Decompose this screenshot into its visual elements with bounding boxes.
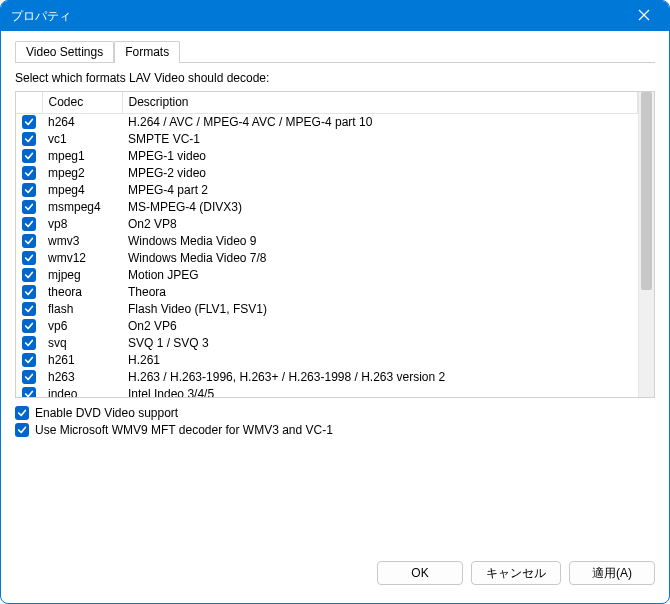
row-codec: h264: [42, 113, 122, 131]
tab-body: Select which formats LAV Video should de…: [15, 63, 655, 549]
row-description: MPEG-2 video: [122, 165, 638, 182]
row-checkbox[interactable]: [22, 200, 36, 214]
dialog-body: Video Settings Formats Select which form…: [1, 31, 669, 553]
tabs: Video Settings Formats: [15, 39, 655, 63]
table-row[interactable]: h263H.263 / H.263-1996, H.263+ / H.263-1…: [16, 369, 638, 386]
close-icon: [638, 9, 650, 24]
table-row[interactable]: vp8On2 VP8: [16, 216, 638, 233]
row-checkbox[interactable]: [22, 234, 36, 248]
row-description: H.263 / H.263-1996, H.263+ / H.263-1998 …: [122, 369, 638, 386]
row-description: Intel Indeo 3/4/5: [122, 386, 638, 398]
table-row[interactable]: h261H.261: [16, 352, 638, 369]
row-codec: vc1: [42, 131, 122, 148]
instruction-text: Select which formats LAV Video should de…: [15, 71, 655, 85]
row-codec: mpeg1: [42, 148, 122, 165]
titlebar: プロパティ: [1, 1, 669, 31]
row-description: Theora: [122, 284, 638, 301]
row-checkbox[interactable]: [22, 166, 36, 180]
label-enable-dvd: Enable DVD Video support: [35, 406, 178, 420]
row-description: SVQ 1 / SVQ 3: [122, 335, 638, 352]
row-checkbox[interactable]: [22, 353, 36, 367]
table-row[interactable]: h264H.264 / AVC / MPEG-4 AVC / MPEG-4 pa…: [16, 113, 638, 131]
row-description: Windows Media Video 9: [122, 233, 638, 250]
codec-table: Codec Description h264H.264 / AVC / MPEG…: [16, 92, 638, 397]
table-row[interactable]: wmv3Windows Media Video 9: [16, 233, 638, 250]
window-title: プロパティ: [11, 8, 71, 25]
table-row[interactable]: mpeg2MPEG-2 video: [16, 165, 638, 182]
row-checkbox[interactable]: [22, 183, 36, 197]
option-wmv9-mft[interactable]: Use Microsoft WMV9 MFT decoder for WMV3 …: [15, 423, 655, 437]
table-row[interactable]: wmv12Windows Media Video 7/8: [16, 250, 638, 267]
row-codec: svq: [42, 335, 122, 352]
row-checkbox[interactable]: [22, 370, 36, 384]
row-description: SMPTE VC-1: [122, 131, 638, 148]
table-row[interactable]: svqSVQ 1 / SVQ 3: [16, 335, 638, 352]
row-codec: h263: [42, 369, 122, 386]
table-row[interactable]: msmpeg4MS-MPEG-4 (DIVX3): [16, 199, 638, 216]
row-description: MPEG-1 video: [122, 148, 638, 165]
row-codec: msmpeg4: [42, 199, 122, 216]
cancel-button[interactable]: キャンセル: [471, 561, 561, 585]
row-codec: wmv3: [42, 233, 122, 250]
row-codec: theora: [42, 284, 122, 301]
row-description: Flash Video (FLV1, FSV1): [122, 301, 638, 318]
row-codec: mpeg4: [42, 182, 122, 199]
row-checkbox[interactable]: [22, 285, 36, 299]
table-row[interactable]: mjpegMotion JPEG: [16, 267, 638, 284]
codec-table-container: Codec Description h264H.264 / AVC / MPEG…: [15, 91, 655, 398]
table-row[interactable]: indeoIntel Indeo 3/4/5: [16, 386, 638, 398]
tab-formats[interactable]: Formats: [114, 41, 180, 63]
tab-baseline: [15, 62, 655, 63]
table-row[interactable]: theoraTheora: [16, 284, 638, 301]
table-row[interactable]: vc1SMPTE VC-1: [16, 131, 638, 148]
row-description: Motion JPEG: [122, 267, 638, 284]
row-description: H.264 / AVC / MPEG-4 AVC / MPEG-4 part 1…: [122, 113, 638, 131]
option-enable-dvd[interactable]: Enable DVD Video support: [15, 406, 655, 420]
row-description: MPEG-4 part 2: [122, 182, 638, 199]
footer: OK キャンセル 適用(A): [1, 553, 669, 603]
col-header-codec[interactable]: Codec: [42, 92, 122, 113]
row-checkbox[interactable]: [22, 268, 36, 282]
checkbox-enable-dvd[interactable]: [15, 406, 29, 420]
row-codec: flash: [42, 301, 122, 318]
close-button[interactable]: [629, 9, 659, 24]
checkbox-wmv9-mft[interactable]: [15, 423, 29, 437]
row-checkbox[interactable]: [22, 336, 36, 350]
row-description: H.261: [122, 352, 638, 369]
row-checkbox[interactable]: [22, 319, 36, 333]
row-codec: mpeg2: [42, 165, 122, 182]
row-checkbox[interactable]: [22, 217, 36, 231]
properties-window: プロパティ Video Settings Formats Select whic…: [0, 0, 670, 604]
table-row[interactable]: mpeg1MPEG-1 video: [16, 148, 638, 165]
table-row[interactable]: vp6On2 VP6: [16, 318, 638, 335]
codec-table-viewport: Codec Description h264H.264 / AVC / MPEG…: [16, 92, 638, 397]
row-checkbox[interactable]: [22, 132, 36, 146]
row-description: On2 VP8: [122, 216, 638, 233]
row-description: MS-MPEG-4 (DIVX3): [122, 199, 638, 216]
table-row[interactable]: mpeg4MPEG-4 part 2: [16, 182, 638, 199]
vertical-scrollbar[interactable]: [638, 92, 654, 397]
ok-button[interactable]: OK: [377, 561, 463, 585]
row-description: Windows Media Video 7/8: [122, 250, 638, 267]
row-codec: vp8: [42, 216, 122, 233]
row-codec: mjpeg: [42, 267, 122, 284]
row-description: On2 VP6: [122, 318, 638, 335]
col-header-description[interactable]: Description: [122, 92, 638, 113]
apply-button[interactable]: 適用(A): [569, 561, 655, 585]
row-codec: indeo: [42, 386, 122, 398]
scrollbar-thumb[interactable]: [641, 92, 652, 290]
options-group: Enable DVD Video support Use Microsoft W…: [15, 406, 655, 440]
row-checkbox[interactable]: [22, 387, 36, 398]
table-row[interactable]: flashFlash Video (FLV1, FSV1): [16, 301, 638, 318]
row-codec: vp6: [42, 318, 122, 335]
tab-video-settings[interactable]: Video Settings: [15, 41, 114, 63]
col-header-checkbox[interactable]: [16, 92, 42, 113]
row-checkbox[interactable]: [22, 251, 36, 265]
row-checkbox[interactable]: [22, 302, 36, 316]
row-checkbox[interactable]: [22, 149, 36, 163]
row-codec: h261: [42, 352, 122, 369]
label-wmv9-mft: Use Microsoft WMV9 MFT decoder for WMV3 …: [35, 423, 333, 437]
row-checkbox[interactable]: [22, 115, 36, 129]
row-codec: wmv12: [42, 250, 122, 267]
